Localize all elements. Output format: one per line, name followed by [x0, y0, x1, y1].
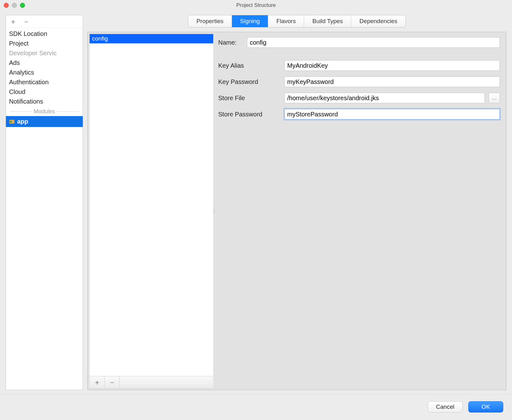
sidebar-item-analytics[interactable]: Analytics: [6, 68, 83, 77]
label-key-alias: Key Alias: [218, 62, 281, 69]
cancel-button[interactable]: Cancel: [428, 401, 463, 413]
config-list-item[interactable]: config: [90, 34, 213, 43]
dialog-body: ＋ － SDK Location Project Developer Servi…: [0, 11, 512, 420]
input-name[interactable]: [247, 37, 500, 48]
sidebar: ＋ － SDK Location Project Developer Servi…: [6, 15, 83, 390]
grip-icon: [214, 209, 215, 213]
right-pane: Properties Signing Flavors Build Types D…: [87, 15, 506, 390]
config-list[interactable]: config: [90, 34, 213, 376]
tab-segmented-control: Properties Signing Flavors Build Types D…: [188, 15, 406, 27]
signing-form: Name: Key Alias Key Password Store: [215, 32, 506, 390]
sidebar-toolbar: ＋ －: [6, 15, 83, 28]
input-key-password[interactable]: [284, 76, 500, 87]
tab-properties[interactable]: Properties: [188, 15, 232, 27]
row-store-password: Store Password: [218, 109, 500, 120]
sidebar-item-cloud[interactable]: Cloud: [6, 87, 83, 97]
sidebar-item-sdk-location[interactable]: SDK Location: [6, 29, 83, 39]
label-store-password: Store Password: [218, 111, 281, 118]
row-name: Name:: [218, 37, 500, 48]
sidebar-list: SDK Location Project Developer Servic Ad…: [6, 28, 83, 390]
config-list-toolbar: ＋ －: [90, 376, 213, 388]
browse-store-file-button[interactable]: …: [489, 93, 500, 103]
input-store-password[interactable]: [284, 109, 500, 120]
row-key-alias: Key Alias: [218, 60, 500, 71]
sidebar-modules-header: Modules: [6, 106, 83, 116]
sidebar-module-label: app: [17, 118, 28, 125]
input-store-file[interactable]: [284, 93, 485, 103]
config-remove-button[interactable]: －: [105, 376, 120, 388]
row-store-file: Store File …: [218, 93, 500, 103]
ok-button[interactable]: OK: [468, 401, 503, 413]
tab-build-types[interactable]: Build Types: [304, 15, 351, 27]
dialog-footer: Cancel OK: [0, 398, 512, 420]
tab-signing[interactable]: Signing: [232, 15, 268, 27]
sidebar-modules-label: Modules: [34, 108, 55, 115]
tab-dependencies[interactable]: Dependencies: [351, 15, 405, 27]
sidebar-item-ads[interactable]: Ads: [6, 58, 83, 68]
input-key-alias[interactable]: [284, 60, 500, 71]
svg-rect-1: [10, 121, 12, 123]
sidebar-item-authentication[interactable]: Authentication: [6, 77, 83, 87]
module-icon: [9, 119, 15, 125]
sidebar-add-button[interactable]: ＋: [9, 18, 17, 25]
row-key-password: Key Password: [218, 76, 500, 87]
label-name: Name:: [218, 39, 243, 46]
signing-panel: config ＋ － Name:: [87, 32, 506, 390]
config-list-panel: config ＋ －: [90, 34, 213, 388]
main-split: ＋ － SDK Location Project Developer Servi…: [0, 11, 512, 394]
tab-flavors[interactable]: Flavors: [268, 15, 304, 27]
titlebar: Project Structure: [0, 0, 512, 11]
sidebar-group-developer-services: Developer Servic: [6, 48, 83, 58]
sidebar-item-project[interactable]: Project: [6, 39, 83, 48]
sidebar-module-app[interactable]: app: [6, 116, 83, 127]
label-store-file: Store File: [218, 95, 281, 102]
tabs-bar: Properties Signing Flavors Build Types D…: [87, 15, 506, 27]
project-structure-window: Project Structure ＋ － SDK Location Proje…: [0, 0, 512, 420]
footer-separator: [2, 394, 510, 398]
sidebar-item-notifications[interactable]: Notifications: [6, 97, 83, 106]
label-key-password: Key Password: [218, 78, 281, 85]
config-add-button[interactable]: ＋: [90, 376, 105, 388]
sidebar-remove-button[interactable]: －: [22, 18, 30, 25]
window-title: Project Structure: [0, 2, 512, 8]
